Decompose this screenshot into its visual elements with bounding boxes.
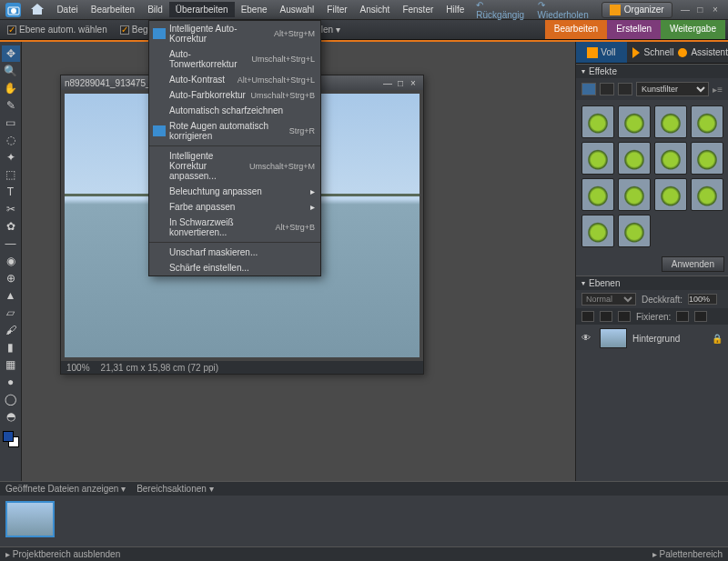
- panel-menu-icon[interactable]: ▸≡: [713, 85, 723, 95]
- layers-panel-header[interactable]: ▾Ebenen: [576, 275, 728, 290]
- app-logo[interactable]: [5, 3, 21, 17]
- cookie-cutter-tool[interactable]: ✿: [2, 218, 20, 235]
- red-eye-tool[interactable]: ◉: [2, 253, 20, 269]
- effect-thumb[interactable]: [581, 178, 614, 211]
- lasso-tool[interactable]: ◌: [2, 132, 20, 148]
- effect-thumb[interactable]: [654, 105, 687, 138]
- lock-pixels-icon[interactable]: [694, 311, 707, 322]
- menu-auswahl[interactable]: Auswahl: [274, 2, 321, 17]
- hide-bin-toggle[interactable]: ▸ Projektbereich ausblenden: [5, 549, 120, 559]
- menu-item[interactable]: Intelligente Korrektur anpassen...Umscha…: [149, 148, 320, 184]
- effect-thumb[interactable]: [691, 105, 723, 138]
- effect-thumb[interactable]: [581, 105, 614, 138]
- menu-ebene[interactable]: Ebene: [235, 2, 274, 17]
- menu-datei[interactable]: Datei: [50, 2, 84, 17]
- organizer-button[interactable]: Organizer: [602, 2, 672, 18]
- sponge-tool[interactable]: ◓: [2, 408, 20, 425]
- menu-item[interactable]: Auto-FarbkorrekturUmschalt+Strg+B: [149, 87, 320, 103]
- menu-filter[interactable]: Filter: [320, 2, 353, 17]
- menu-fenster[interactable]: Fenster: [396, 2, 440, 17]
- new-layer-icon[interactable]: [581, 311, 594, 322]
- bin-show-dropdown[interactable]: Geöffnete Dateien anzeigen ▾: [5, 484, 126, 494]
- apply-button[interactable]: Anwenden: [662, 256, 724, 272]
- shape-tool[interactable]: ●: [2, 374, 20, 390]
- move-tool[interactable]: ✥: [2, 45, 20, 62]
- doc-minimize-icon[interactable]: —: [381, 78, 394, 88]
- blur-tool[interactable]: ◯: [2, 391, 20, 407]
- doc-maximize-icon[interactable]: □: [394, 78, 407, 88]
- bin-thumbnail[interactable]: [5, 501, 55, 537]
- menu-bearbeiten[interactable]: Bearbeiten: [85, 2, 141, 17]
- menu-item[interactable]: Schärfe einstellen...: [149, 260, 320, 275]
- zoom-tool[interactable]: 🔍: [2, 63, 20, 79]
- filters-tab-icon[interactable]: [581, 83, 596, 95]
- effect-thumb[interactable]: [618, 142, 651, 175]
- magic-wand-tool[interactable]: ✦: [2, 149, 20, 165]
- effect-thumb[interactable]: [654, 178, 687, 211]
- menu-item[interactable]: Rote Augen automatisch korrigierenStrg+R: [149, 118, 320, 144]
- menu-bild[interactable]: Bild: [141, 2, 169, 17]
- hand-tool[interactable]: ✋: [2, 80, 20, 96]
- effect-thumb[interactable]: [654, 142, 687, 175]
- lock-all-icon[interactable]: [676, 311, 689, 322]
- menu-item[interactable]: In Schwarzweiß konvertieren...Alt+Strg+B: [149, 215, 320, 240]
- tab-bearbeiten[interactable]: Bearbeiten: [545, 20, 607, 39]
- bin-actions-dropdown[interactable]: Bereichsaktionen ▾: [136, 484, 214, 494]
- home-icon[interactable]: [30, 3, 45, 17]
- palette-toggle[interactable]: ▸ Palettenbereich: [652, 549, 723, 559]
- layer-thumbnail[interactable]: [600, 328, 627, 348]
- mode-full[interactable]: Voll: [576, 42, 627, 63]
- minimize-icon[interactable]: —: [681, 5, 690, 15]
- effect-thumb[interactable]: [691, 142, 723, 175]
- effect-thumb[interactable]: [581, 215, 614, 247]
- effect-thumb[interactable]: [691, 178, 723, 211]
- type-tool[interactable]: T: [2, 184, 20, 200]
- close-icon[interactable]: ×: [711, 5, 720, 15]
- paint-bucket-tool[interactable]: ▮: [2, 339, 20, 356]
- delete-layer-icon[interactable]: [618, 311, 631, 322]
- visibility-eye-icon[interactable]: 👁: [581, 333, 594, 344]
- menu-item[interactable]: Auto-KontrastAlt+Umschalt+Strg+L: [149, 72, 320, 87]
- tab-erstellen[interactable]: Erstellen: [607, 20, 661, 39]
- menu-item[interactable]: Auto-TonwertkorrekturUmschalt+Strg+L: [149, 46, 320, 72]
- effects-category-select[interactable]: Kunstfilter: [636, 82, 709, 96]
- layer-row[interactable]: 👁 Hintergrund 🔒: [576, 325, 728, 352]
- effect-thumb[interactable]: [618, 105, 651, 138]
- doc-close-icon[interactable]: ×: [407, 78, 420, 88]
- effects-panel-header[interactable]: ▾Effekte: [576, 64, 728, 78]
- effects-tab-icon[interactable]: [618, 83, 632, 95]
- menu-ueberarbeiten[interactable]: Überarbeiten: [169, 2, 235, 17]
- undo-button[interactable]: ↶ Rückgängig: [476, 0, 526, 20]
- maximize-icon[interactable]: □: [695, 5, 704, 15]
- crop-tool[interactable]: ✂: [2, 201, 20, 217]
- menu-item[interactable]: Intelligente Auto-KorrekturAlt+Strg+M: [149, 21, 320, 46]
- zoom-level[interactable]: 100%: [66, 363, 90, 373]
- tab-weitergabe[interactable]: Weitergabe: [661, 20, 725, 39]
- eraser-tool[interactable]: ▱: [2, 305, 20, 321]
- foreground-background-colors[interactable]: [3, 431, 19, 447]
- menu-item[interactable]: Unscharf maskieren...: [149, 245, 320, 260]
- marquee-tool[interactable]: ▭: [2, 115, 20, 131]
- gradient-tool[interactable]: ▦: [2, 356, 20, 373]
- auto-select-layer[interactable]: Ebene autom. wählen: [7, 25, 107, 35]
- healing-brush-tool[interactable]: ⊕: [2, 270, 20, 286]
- menu-item[interactable]: Beleuchtung anpassen▸: [149, 184, 320, 199]
- menu-hilfe[interactable]: Hilfe: [440, 2, 470, 17]
- opacity-input[interactable]: [688, 294, 717, 305]
- menu-ansicht[interactable]: Ansicht: [354, 2, 397, 17]
- menu-item[interactable]: Farbe anpassen▸: [149, 199, 320, 215]
- brush-tool[interactable]: 🖌: [2, 322, 20, 338]
- straighten-tool[interactable]: —: [2, 235, 20, 252]
- checkbox-icon[interactable]: [120, 25, 129, 35]
- mode-guided[interactable]: Assistent: [677, 42, 728, 63]
- adjustment-layer-icon[interactable]: [600, 311, 612, 322]
- menu-item[interactable]: Automatisch scharfzeichnen: [149, 103, 320, 118]
- effect-thumb[interactable]: [618, 178, 651, 211]
- effect-thumb[interactable]: [618, 215, 651, 247]
- effect-thumb[interactable]: [581, 142, 614, 175]
- checkbox-icon[interactable]: [7, 25, 16, 35]
- blend-mode-select[interactable]: Normal: [581, 293, 636, 306]
- clone-stamp-tool[interactable]: ▲: [2, 287, 20, 304]
- styles-tab-icon[interactable]: [600, 83, 614, 95]
- eyedropper-tool[interactable]: ✎: [2, 97, 20, 114]
